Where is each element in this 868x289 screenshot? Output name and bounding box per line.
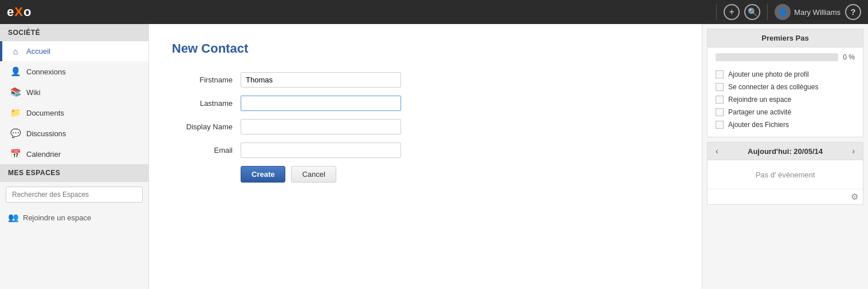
sidebar-item-label: Calendrier [26,150,61,159]
premiers-pas-widget: Premiers Pas 0 % Ajouter une photo de pr… [707,29,863,137]
societe-title: SOCIÉTÉ [0,24,148,41]
main-layout: SOCIÉTÉ ⌂ Accueil 👤 Connexions 📚 Wiki 📁 … [0,24,868,289]
add-button[interactable]: + [724,4,740,20]
progress-text: 0 % [843,53,855,61]
lastname-row: Lastname [172,96,679,111]
topbar-right: + 🔍 👤 Mary Williams ? [714,4,861,20]
checklist-checkbox-1[interactable] [716,83,724,91]
book-icon: 📚 [10,87,21,97]
sidebar-item-label: Discussions [26,129,66,138]
progress-track [716,53,838,61]
logo: eXo [7,5,32,19]
chat-icon: 💬 [10,128,21,138]
calendar-footer: ⚙ [708,189,863,204]
cancel-button[interactable]: Cancel [291,166,336,183]
checklist-label-3: Partager une activité [728,108,791,116]
new-contact-form: Firstname Lastname Display Name Email Cr… [172,72,679,183]
checklist-checkbox-3[interactable] [716,108,724,116]
calendar-title: Aujourd'hui: 20/05/14 [748,147,823,156]
calendar-prev-button[interactable]: ‹ [713,147,721,156]
checklist-label-4: Ajouter des Fichiers [728,121,789,129]
progress-container: 0 % [716,53,855,61]
email-input[interactable] [241,142,401,158]
checklist-item-4: Ajouter des Fichiers [716,118,855,131]
checklist-item-3: Partager une activité [716,106,855,118]
checklist-item-2: Rejoindre un espace [716,93,855,106]
sidebar-item-label: Wiki [26,88,41,97]
sidebar-item-calendrier[interactable]: 📅 Calendrier [0,144,148,164]
folder-icon: 📁 [10,108,21,118]
checklist-checkbox-4[interactable] [716,121,724,129]
checklist-label-1: Se connecter à des collègues [728,83,818,91]
premiers-pas-title: Premiers Pas [708,29,863,47]
user-menu[interactable]: 👤 Mary Williams [775,4,840,20]
sidebar-item-connexions[interactable]: 👤 Connexions [0,61,148,82]
checklist-checkbox-2[interactable] [716,96,724,104]
search-espaces-input[interactable] [6,187,143,203]
lastname-input[interactable] [241,96,401,111]
home-icon: ⌂ [10,46,21,56]
calendar-icon: 📅 [10,149,21,159]
sidebar-item-label: Connexions [26,68,66,76]
form-buttons: Create Cancel [241,166,679,183]
email-row: Email [172,142,679,158]
sidebar-item-wiki[interactable]: 📚 Wiki [0,82,148,102]
join-space-item[interactable]: 👥 Rejoindre un espace [0,207,148,228]
calendar-next-button[interactable]: › [850,147,857,156]
content-area: New Contact Firstname Lastname Display N… [149,24,702,289]
displayname-label: Display Name [172,122,241,131]
join-space-label: Rejoindre un espace [23,213,91,222]
create-button[interactable]: Create [241,166,285,183]
search-espaces-container [0,181,148,207]
calendar-widget: ‹ Aujourd'hui: 20/05/14 › Pas d' événeme… [707,142,863,205]
email-label: Email [172,146,241,155]
displayname-input[interactable] [241,119,401,134]
checklist-label-2: Rejoindre un espace [728,96,791,104]
sidebar: SOCIÉTÉ ⌂ Accueil 👤 Connexions 📚 Wiki 📁 … [0,24,149,289]
help-button[interactable]: ? [845,4,861,20]
displayname-row: Display Name [172,119,679,134]
username-label: Mary Williams [794,8,840,17]
sidebar-item-documents[interactable]: 📁 Documents [0,102,148,123]
lastname-label: Lastname [172,99,241,108]
avatar: 👤 [775,4,791,20]
calendar-settings-icon[interactable]: ⚙ [851,192,858,202]
firstname-label: Firstname [172,76,241,84]
user-icon: 👤 [10,66,21,77]
checklist-item-1: Se connecter à des collègues [716,81,855,93]
sidebar-item-label: Documents [26,109,64,117]
checklist-label-0: Ajouter une photo de profil [728,70,809,78]
search-button[interactable]: 🔍 [744,4,760,20]
checklist-item-0: Ajouter une photo de profil [716,68,855,81]
firstname-input[interactable] [241,72,401,88]
checklist-checkbox-0[interactable] [716,70,724,78]
sidebar-item-accueil[interactable]: ⌂ Accueil [0,41,148,61]
page-title: New Contact [172,41,679,56]
premiers-pas-body: 0 % Ajouter une photo de profil Se conne… [708,47,863,137]
calendar-header: ‹ Aujourd'hui: 20/05/14 › [708,142,863,160]
topbar: eXo + 🔍 👤 Mary Williams ? [0,0,868,24]
calendar-body: Pas d' événement [708,160,863,189]
firstname-row: Firstname [172,72,679,88]
mes-espaces-title: MES ESPACES [0,164,148,181]
sidebar-item-discussions[interactable]: 💬 Discussions [0,123,148,144]
sidebar-item-label: Accueil [26,47,50,56]
no-event-text: Pas d' événement [756,171,815,179]
topbar-divider [716,4,717,20]
topbar-divider2 [767,4,768,20]
join-space-icon: 👥 [8,212,18,223]
right-panel: Premiers Pas 0 % Ajouter une photo de pr… [702,24,868,289]
